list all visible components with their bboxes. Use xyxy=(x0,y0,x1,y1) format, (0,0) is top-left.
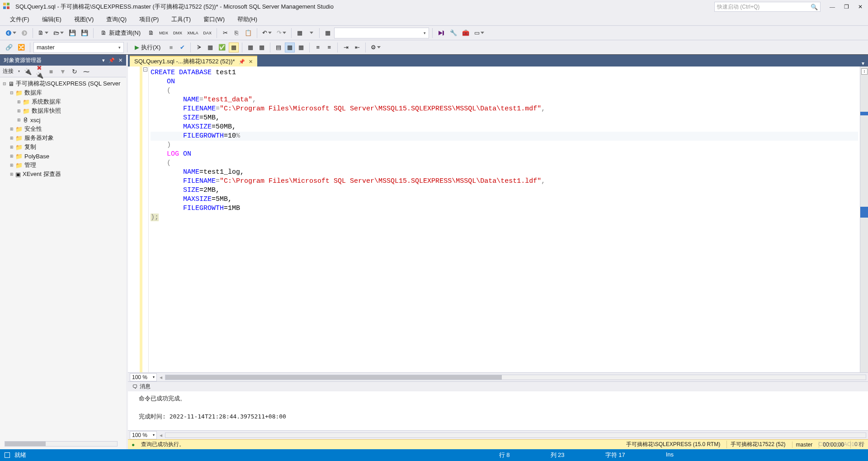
connect-icon[interactable]: 🔌 xyxy=(24,68,32,75)
filter-icon[interactable]: ▼ xyxy=(59,68,67,75)
specify-values-button[interactable]: ⚙ xyxy=(369,43,382,52)
pin-icon[interactable]: 📌 xyxy=(108,57,115,63)
new-item-button[interactable]: 🗎 xyxy=(36,28,50,38)
tree-server-objects[interactable]: ⊞📁服务器对象 xyxy=(1,133,125,143)
menu-help[interactable]: 帮助(H) xyxy=(231,14,264,25)
menu-view[interactable]: 视图(V) xyxy=(68,14,100,25)
est-plan-button[interactable]: ᗒ xyxy=(194,43,204,52)
connect-button[interactable]: 🔗 xyxy=(4,43,14,52)
results-grid-button[interactable]: ▦ xyxy=(285,43,295,52)
save-all-button[interactable]: 💾 xyxy=(79,28,90,38)
intellisense-button[interactable]: ✅ xyxy=(217,43,227,52)
indent-button[interactable]: ⇥ xyxy=(341,43,351,52)
engine-query-button[interactable]: 🗎 xyxy=(146,28,156,38)
menu-query[interactable]: 查询(Q) xyxy=(100,14,133,25)
messages-zoom-combo[interactable]: 100 %▾ xyxy=(130,431,157,439)
pulse-icon[interactable]: ⁓ xyxy=(82,68,90,75)
stop-button[interactable]: ■ xyxy=(166,43,176,52)
new-query-button[interactable]: 🗎 新建查询(N) xyxy=(97,28,145,38)
panel-dropdown-icon[interactable]: ▾ xyxy=(102,57,105,63)
open-button[interactable]: 🗁 xyxy=(52,28,66,38)
nav-forward-button[interactable] xyxy=(19,28,29,38)
minimize-button[interactable]: ― xyxy=(830,4,835,10)
outdent-button[interactable]: ⇤ xyxy=(352,43,362,52)
undo-button[interactable]: ↶ xyxy=(260,28,274,38)
quick-launch-input[interactable]: 快速启动 (Ctrl+Q) 🔍 xyxy=(714,2,821,12)
database-combo[interactable]: master ▾ xyxy=(33,42,124,53)
disconnect-icon[interactable]: ✖🔌 xyxy=(35,64,43,79)
toolbox-button[interactable]: 🧰 xyxy=(460,28,471,38)
tree-management[interactable]: ⊞📁管理 xyxy=(1,161,125,170)
tab-close-icon[interactable]: ✕ xyxy=(249,59,253,65)
object-tree[interactable]: ⊟🖥手可摘棉花\SQLEXPRESS (SQL Server ⊟📁数据库 ⊞📁系… xyxy=(0,77,126,449)
menu-file[interactable]: 文件(F) xyxy=(4,14,36,25)
messages-pane[interactable]: 命令已成功完成。 完成时间: 2022-11-14T21:28:44.39752… xyxy=(128,391,868,430)
fold-toggle-icon[interactable]: − xyxy=(143,67,147,71)
parse-button[interactable]: ✔ xyxy=(177,43,187,52)
execute-button[interactable]: ▶ 执行(X) xyxy=(131,42,165,53)
code-editor[interactable]: − CREATE DATABASE test1 ON ( NAME="test1… xyxy=(128,67,868,372)
cut-button[interactable]: ✂ xyxy=(220,28,230,38)
menu-tools[interactable]: 工具(T) xyxy=(165,14,197,25)
tree-horizontal-scrollbar[interactable] xyxy=(5,441,118,447)
save-button[interactable]: 💾 xyxy=(67,28,78,38)
active-document-tab[interactable]: SQLQuery1.sql -...摘棉花\17522 (52))* 📌 ✕ xyxy=(130,56,257,67)
refresh-icon[interactable]: ↻ xyxy=(71,68,79,75)
tree-sys-db[interactable]: ⊞📁系统数据库 xyxy=(1,97,125,106)
stop-icon[interactable]: ■ xyxy=(47,68,55,75)
scroll-left-icon[interactable]: ◂ xyxy=(160,432,162,438)
find-combo[interactable]: ▾ xyxy=(334,28,429,38)
activity-monitor-button[interactable]: ▦ xyxy=(295,28,305,38)
change-conn-button[interactable]: 🔀 xyxy=(16,43,27,52)
close-button[interactable]: ✕ xyxy=(858,4,863,10)
include-plan-button[interactable]: ▦ xyxy=(245,43,255,52)
tree-xevent[interactable]: ⊞▣XEvent 探查器 xyxy=(1,170,125,179)
tabs-overflow-icon[interactable]: ▾ xyxy=(858,60,868,67)
mdx-query-button[interactable]: MDX xyxy=(157,28,170,38)
layout-button[interactable]: ▭ xyxy=(472,28,486,38)
vs-ext-button[interactable] xyxy=(436,28,447,38)
xmla-query-button[interactable]: XMLA xyxy=(185,28,200,38)
code-content[interactable]: CREATE DATABASE test1 ON ( NAME="test1_d… xyxy=(149,67,860,372)
dropdown1-button[interactable] xyxy=(306,28,316,38)
zoom-combo[interactable]: 100 %▾ xyxy=(130,373,157,381)
panel-close-icon[interactable]: ✕ xyxy=(118,57,123,63)
scroll-left-icon[interactable]: ◂ xyxy=(160,374,162,380)
restore-button[interactable]: ❐ xyxy=(844,4,849,10)
menu-project[interactable]: 项目(P) xyxy=(133,14,165,25)
comment-button[interactable]: ≡ xyxy=(313,43,323,52)
client-stats-button[interactable]: ▦ xyxy=(257,43,267,52)
connect-label[interactable]: 连接 xyxy=(3,67,14,75)
nav-back-button[interactable] xyxy=(4,28,18,38)
message-line: 完成时间: 2022-11-14T21:28:44.3975211+08:00 xyxy=(133,412,863,421)
results-text-button[interactable]: ▤ xyxy=(274,43,283,52)
tree-snapshot[interactable]: ⊞📁数据库快照 xyxy=(1,106,125,115)
tools-button[interactable]: 🔧 xyxy=(448,28,459,38)
query-options-button[interactable]: ▦ xyxy=(205,43,215,52)
messages-tab[interactable]: 🗨 消息 xyxy=(130,382,153,391)
tree-security[interactable]: ⊞📁安全性 xyxy=(1,124,125,133)
tree-polybase[interactable]: ⊞📁PolyBase xyxy=(1,152,125,161)
live-stats-button[interactable]: ▦ xyxy=(229,43,239,52)
menu-window[interactable]: 窗口(W) xyxy=(197,14,231,25)
overview-ruler[interactable]: ↕ xyxy=(860,67,868,372)
status-ready: 就绪 xyxy=(14,451,26,459)
tree-server-node[interactable]: ⊟🖥手可摘棉花\SQLEXPRESS (SQL Server xyxy=(1,79,125,88)
messages-horizontal-scrollbar[interactable] xyxy=(165,432,866,438)
redo-button[interactable]: ↷ xyxy=(275,28,288,38)
menu-edit[interactable]: 编辑(E) xyxy=(36,14,68,25)
editor-horizontal-scrollbar[interactable] xyxy=(165,375,866,380)
tree-db-root[interactable]: ⊟📁数据库 xyxy=(1,88,125,97)
copy-button[interactable]: ⎘ xyxy=(231,28,241,38)
split-button[interactable]: ↕ xyxy=(861,68,868,75)
title-bar: SQLQuery1.sql - 手可摘棉花\SQLEXPRESS.master … xyxy=(0,0,868,14)
tree-replication[interactable]: ⊞📁复制 xyxy=(1,143,125,152)
dmx-query-button[interactable]: DMX xyxy=(171,28,184,38)
registered-servers-button[interactable]: ▦ xyxy=(323,28,333,38)
paste-button[interactable]: 📋 xyxy=(243,28,254,38)
uncomment-button[interactable]: ≡ xyxy=(324,43,334,52)
results-file-button[interactable]: ▦ xyxy=(296,43,306,52)
tree-user-db[interactable]: ⊞🛢xscj xyxy=(1,115,125,124)
tab-pin-icon[interactable]: 📌 xyxy=(239,59,245,65)
dax-query-button[interactable]: DAX xyxy=(202,28,214,38)
